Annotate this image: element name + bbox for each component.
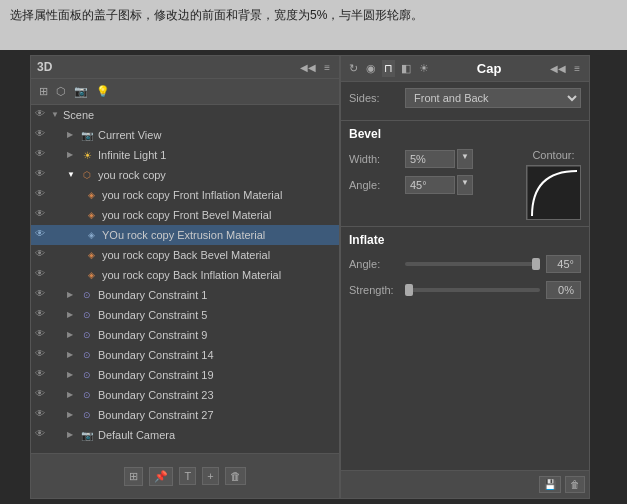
list-item[interactable]: 👁 ◈ you rock copy Back Bevel Material — [31, 245, 339, 265]
strength-label: Strength: — [349, 284, 399, 296]
expand-arrow: ▶ — [67, 350, 77, 360]
width-row: Width: ▼ — [349, 149, 516, 169]
list-item[interactable]: 👁 ▶ ⊙ Boundary Constraint 1 — [31, 285, 339, 305]
item-eye-icon: 👁 — [35, 348, 49, 362]
expand-arrow: ▶ — [67, 410, 77, 420]
filter-icon[interactable]: ⊞ — [124, 467, 143, 486]
strength-slider-track[interactable] — [405, 288, 540, 292]
list-item[interactable]: 👁 ▶ ⊙ Boundary Constraint 5 — [31, 305, 339, 325]
text-icon[interactable]: T — [179, 467, 196, 485]
item-label: Infinite Light 1 — [98, 149, 167, 161]
pin-icon[interactable]: 📌 — [149, 467, 173, 486]
item-label: Boundary Constraint 27 — [98, 409, 214, 421]
prop-material-icon[interactable]: ◧ — [399, 60, 413, 77]
list-item[interactable]: 👁 ▶ 📷 Current View — [31, 125, 339, 145]
width-input-group: ▼ — [405, 149, 473, 169]
angle-dropdown-btn[interactable]: ▼ — [457, 175, 473, 195]
list-item[interactable]: 👁 ▼ ⬡ you rock copy — [31, 165, 339, 185]
prop-cap-icon[interactable]: ⊓ — [382, 60, 395, 77]
list-item[interactable]: 👁 ▶ ⊙ Boundary Constraint 19 — [31, 365, 339, 385]
item-eye-icon: 👁 — [35, 128, 49, 142]
camera-icon: 📷 — [79, 127, 95, 143]
item-eye-icon: 👁 — [35, 168, 49, 182]
prop-menu-icon[interactable]: ≡ — [571, 62, 583, 75]
prop-light-icon[interactable]: ☀ — [417, 60, 431, 77]
list-item[interactable]: 👁 ▶ 📷 Default Camera — [31, 425, 339, 445]
instruction-bar: 选择属性面板的盖子图标，修改边的前面和背景，宽度为5%，与半圆形轮廓。 — [0, 0, 627, 30]
sides-row: Sides: Front and Back Front Only Back On… — [349, 88, 581, 108]
item-label: you rock copy — [98, 169, 166, 181]
item-eye-icon: 👁 — [35, 148, 49, 162]
item-eye-icon: 👁 — [35, 368, 49, 382]
mesh-icon: ⬡ — [79, 167, 95, 183]
panel-3d-bottom-toolbar: ⊞ 📌 T + 🗑 — [31, 453, 339, 498]
prop-save-icon[interactable]: 💾 — [539, 476, 561, 493]
prop-collapse-icon[interactable]: ◀◀ — [547, 62, 569, 75]
list-item[interactable]: 👁 ▶ ⊙ Boundary Constraint 9 — [31, 325, 339, 345]
angle-label: Angle: — [349, 179, 399, 191]
list-item[interactable]: 👁 ▶ ☀ Infinite Light 1 — [31, 145, 339, 165]
prop-sphere-icon[interactable]: ◉ — [364, 60, 378, 77]
toolbar-camera-icon[interactable]: 📷 — [72, 83, 90, 100]
scene-root-item[interactable]: 👁 ▼ Scene — [31, 105, 339, 125]
sides-label: Sides: — [349, 92, 399, 104]
inflate-angle-row: Angle: 45° — [349, 255, 581, 273]
list-item[interactable]: 👁 ◈ you rock copy Back Inflation Materia… — [31, 265, 339, 285]
constraint-icon: ⊙ — [79, 347, 95, 363]
sub-icon: ◈ — [83, 267, 99, 283]
list-item[interactable]: 👁 ▶ ⊙ Boundary Constraint 14 — [31, 345, 339, 365]
inflate-section: Inflate Angle: 45° Strength: 0% — [341, 227, 589, 305]
item-eye-icon: 👁 — [35, 328, 49, 342]
expand-arrow: ▶ — [67, 370, 77, 380]
prop-header: ↻ ◉ ⊓ ◧ ☀ Cap ◀◀ ≡ — [341, 56, 589, 82]
strength-value: 0% — [546, 281, 581, 299]
panel-collapse-icon[interactable]: ◀◀ — [297, 61, 319, 74]
inflate-angle-value: 45° — [546, 255, 581, 273]
list-item[interactable]: 👁 ◈ you rock copy Front Bevel Material — [31, 205, 339, 225]
panel-menu-icon[interactable]: ≡ — [321, 61, 333, 74]
inflate-slider-track[interactable] — [405, 262, 540, 266]
item-eye-icon: 👁 — [35, 288, 49, 302]
contour-preview[interactable] — [526, 165, 581, 220]
instruction-text: 选择属性面板的盖子图标，修改边的前面和背景，宽度为5%，与半圆形轮廓。 — [10, 8, 423, 22]
panel-3d: 3D ◀◀ ≡ ⊞ ⬡ 📷 💡 👁 ▼ Scene 👁 ▶ — [30, 55, 340, 499]
constraint-icon: ⊙ — [79, 407, 95, 423]
width-dropdown-btn[interactable]: ▼ — [457, 149, 473, 169]
bevel-content: Width: ▼ Angle: ▼ — [349, 149, 581, 220]
scene-expand-arrow: ▼ — [51, 110, 61, 120]
angle-row: Angle: ▼ — [349, 175, 516, 195]
inflate-slider-thumb[interactable] — [532, 258, 540, 270]
bevel-section: Bevel Width: ▼ Angle: ▼ — [341, 121, 589, 227]
width-input[interactable] — [405, 150, 455, 168]
prop-rotate-icon[interactable]: ↻ — [347, 60, 360, 77]
sides-select[interactable]: Front and Back Front Only Back Only — [405, 88, 581, 108]
item-eye-icon: 👁 — [35, 208, 49, 222]
strength-row: Strength: 0% — [349, 281, 581, 299]
inflate-angle-label: Angle: — [349, 258, 399, 270]
list-item[interactable]: 👁 ▶ ⊙ Boundary Constraint 27 — [31, 405, 339, 425]
camera-icon: 📷 — [79, 427, 95, 443]
item-eye-icon: 👁 — [35, 188, 49, 202]
list-item[interactable]: 👁 ◈ you rock copy Front Inflation Materi… — [31, 185, 339, 205]
prop-icons: ↻ ◉ ⊓ ◧ ☀ — [347, 60, 431, 77]
item-label: Boundary Constraint 23 — [98, 389, 214, 401]
toolbar-mesh-icon[interactable]: ⬡ — [54, 83, 68, 100]
inflate-slider-container: 45° — [405, 255, 581, 273]
item-label: Boundary Constraint 5 — [98, 309, 207, 321]
prop-delete-icon[interactable]: 🗑 — [565, 476, 585, 493]
angle-input[interactable] — [405, 176, 455, 194]
item-eye-icon: 👁 — [35, 248, 49, 262]
toolbar-grid-icon[interactable]: ⊞ — [37, 83, 50, 100]
delete-icon[interactable]: 🗑 — [225, 467, 246, 485]
inflate-title: Inflate — [349, 233, 581, 247]
list-item[interactable]: 👁 ▶ ⊙ Boundary Constraint 23 — [31, 385, 339, 405]
list-item-selected[interactable]: 👁 ◈ YOu rock copy Extrusion Material — [31, 225, 339, 245]
item-label: Boundary Constraint 1 — [98, 289, 207, 301]
panel-3d-controls: ◀◀ ≡ — [297, 61, 333, 74]
strength-slider-thumb[interactable] — [405, 284, 413, 296]
add-icon[interactable]: + — [202, 467, 218, 485]
workspace: 3D ◀◀ ≡ ⊞ ⬡ 📷 💡 👁 ▼ Scene 👁 ▶ — [0, 50, 627, 504]
contour-label: Contour: — [532, 149, 574, 161]
sub-icon: ◈ — [83, 207, 99, 223]
toolbar-light-icon[interactable]: 💡 — [94, 83, 112, 100]
